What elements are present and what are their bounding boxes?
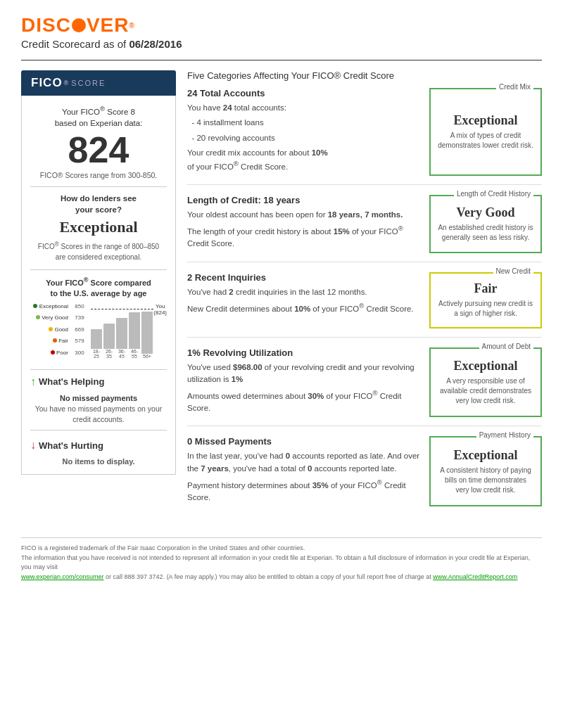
rating-value-3: Fair bbox=[474, 281, 498, 296]
label-exceptional: Exceptional bbox=[30, 303, 68, 309]
category-utilization: 1% Revolving Utilization You've used $96… bbox=[187, 347, 542, 427]
fico-header: FICO® SCORE bbox=[21, 70, 176, 96]
category-total-accounts: 24 Total Accounts You have 24 total acco… bbox=[187, 88, 542, 185]
cat5-text2: Payment history determines about 35% of … bbox=[187, 478, 421, 504]
rating-desc-1: A mix of types of credit demonstrates lo… bbox=[438, 131, 533, 151]
subtitle: Credit Scorecard as of 06/28/2016 bbox=[21, 38, 542, 50]
hurting-no-items: No items to display. bbox=[30, 457, 167, 466]
category-heading-1: 24 Total Accounts bbox=[187, 88, 421, 98]
rating-box-label-5: Payment History bbox=[476, 431, 533, 439]
fico-score-label: SCORE bbox=[71, 79, 106, 87]
cat3-text1: You've had 2 credit inquiries in the las… bbox=[187, 286, 421, 298]
page: DISCVER® Credit Scorecard as of 06/28/20… bbox=[0, 0, 563, 596]
cat1-text3: - 20 revolving accounts bbox=[187, 132, 421, 144]
top-divider bbox=[21, 60, 542, 60]
dot-exceptional bbox=[33, 304, 37, 308]
category-content-5: 0 Missed Payments In the last year, you'… bbox=[187, 436, 421, 506]
rating-box-2: Length of Credit History Very Good An es… bbox=[429, 195, 542, 253]
cat3-text2: New Credit determines about 10% of your … bbox=[187, 301, 421, 315]
footer-line2: The information that you have received i… bbox=[21, 554, 542, 573]
compare-label: Your FICO® Score comparedto the U.S. ave… bbox=[30, 276, 167, 299]
bar-46-55-label: 46-55 bbox=[131, 349, 138, 359]
rating-value-4: Exceptional bbox=[453, 359, 517, 373]
helping-label: What's Helping bbox=[39, 376, 104, 387]
cat4-text2: Amounts owed determines about 30% of you… bbox=[187, 388, 421, 414]
bar-26-35-fill bbox=[103, 324, 115, 349]
hurting-section: ↓ What's Hurting No items to display. bbox=[30, 439, 167, 466]
dot-poor bbox=[51, 350, 55, 355]
fico-score-description: Your FICO® Score 8based on Experian data… bbox=[30, 104, 167, 129]
bar-18-25: 18-25 bbox=[91, 329, 102, 359]
chart-container: Exceptional Very Good Good Fair Poor 850… bbox=[30, 303, 167, 359]
cat1-text2: - 4 installment loans bbox=[187, 117, 421, 129]
rating-box-label-3: New Credit bbox=[493, 267, 533, 275]
footer-line3-text: or call 888 397 3742. (A fee may apply.)… bbox=[106, 573, 431, 580]
fico-score-number: 824 bbox=[30, 132, 167, 168]
fico-rating-desc: FICO® Scores in the range of 800–850are … bbox=[30, 241, 167, 262]
o-icon bbox=[72, 18, 86, 32]
label-good: Good bbox=[30, 326, 68, 333]
header: DISCVER® Credit Scorecard as of 06/28/20… bbox=[21, 14, 542, 50]
helping-section: ↑ What's Helping No missed payments You … bbox=[30, 369, 167, 466]
bar-36-45: 36-45 bbox=[116, 318, 127, 359]
rating-box-4: Amount of Debt Exceptional A very respon… bbox=[429, 347, 542, 418]
category-content-2: Length of Credit: 18 years Your oldest a… bbox=[187, 195, 421, 253]
rating-box-label-2: Length of Credit History bbox=[454, 190, 533, 198]
footer-line3: www.experian.com/consumer or call 888 39… bbox=[21, 573, 542, 582]
bar-36-45-fill bbox=[116, 318, 127, 349]
category-length-credit: Length of Credit: 18 years Your oldest a… bbox=[187, 195, 542, 262]
dot-verygood bbox=[36, 315, 40, 319]
category-heading-4: 1% Revolving Utilization bbox=[187, 347, 421, 358]
cat1-text1: You have 24 total accounts: bbox=[187, 102, 421, 114]
helping-item: No missed payments You have no missed pa… bbox=[30, 394, 167, 424]
rating-value-2: Very Good bbox=[457, 205, 515, 220]
bar-56plus-label: 56+ bbox=[143, 354, 151, 359]
left-panel: FICO® SCORE Your FICO® Score 8based on E… bbox=[21, 70, 176, 525]
footer-line1: FICO is a registered trademark of the Fa… bbox=[21, 544, 542, 554]
label-fair: Fair bbox=[30, 338, 68, 344]
bar-26-35-label: 26-35 bbox=[106, 349, 113, 359]
rating-box-3: New Credit Fair Actively pursuing new cr… bbox=[429, 272, 542, 328]
cat2-text2: The length of your credit history is abo… bbox=[187, 224, 421, 250]
category-heading-3: 2 Recent Inquiries bbox=[187, 272, 421, 283]
footer-link2[interactable]: www.AnnualCreditReport.com bbox=[433, 573, 517, 580]
val-579: 579 bbox=[71, 338, 88, 344]
bar-46-55-fill bbox=[129, 312, 140, 349]
bar-46-55: 46-55 bbox=[129, 312, 140, 359]
category-heading-5: 0 Missed Payments bbox=[187, 436, 421, 447]
category-heading-2: Length of Credit: 18 years bbox=[187, 195, 421, 205]
cat4-text1: You've used $968.00 of your revolving cr… bbox=[187, 362, 421, 386]
bar-56plus-fill bbox=[141, 312, 153, 354]
chart-values: 850 739 669 579 300 bbox=[71, 303, 88, 356]
cat1-text4: Your credit mix accounts for about 10%of… bbox=[187, 147, 421, 173]
fico-divider-2 bbox=[30, 269, 167, 270]
rating-desc-4: A very responsible use of available cred… bbox=[438, 376, 533, 406]
fico-divider-3 bbox=[30, 369, 167, 370]
fico-divider-1 bbox=[30, 186, 167, 187]
footer-link1[interactable]: www.experian.com/consumer bbox=[21, 573, 104, 580]
val-739: 739 bbox=[71, 314, 88, 321]
dot-good bbox=[49, 327, 53, 331]
val-300: 300 bbox=[71, 350, 88, 356]
label-verygood: Very Good bbox=[30, 314, 68, 321]
footer: FICO is a registered trademark of the Fa… bbox=[21, 537, 542, 582]
category-content-1: 24 Total Accounts You have 24 total acco… bbox=[187, 88, 421, 176]
helping-item-title: No missed payments bbox=[30, 394, 167, 402]
fico-divider-4 bbox=[30, 430, 167, 430]
subtitle-date: 06/28/2016 bbox=[129, 38, 182, 50]
rating-box-5: Payment History Exceptional A consistent… bbox=[429, 436, 542, 506]
helping-title: ↑ What's Helping bbox=[30, 376, 167, 388]
rating-desc-2: An established credit history is general… bbox=[438, 223, 533, 243]
rating-desc-5: A consistent history of paying bills on … bbox=[438, 466, 533, 495]
label-poor: Poor bbox=[30, 350, 68, 356]
subtitle-prefix: Credit Scorecard as of bbox=[21, 38, 129, 50]
bar-26-35: 26-35 bbox=[103, 324, 115, 359]
rating-desc-3: Actively pursuing new credit is a sign o… bbox=[438, 299, 533, 319]
rating-box-label-4: Amount of Debt bbox=[479, 343, 533, 350]
category-content-3: 2 Recent Inquiries You've had 2 credit i… bbox=[187, 272, 421, 328]
category-missed-payments: 0 Missed Payments In the last year, you'… bbox=[187, 436, 542, 515]
bar-36-45-label: 36-45 bbox=[118, 349, 125, 359]
footer-line2-text: The information that you have received i… bbox=[21, 554, 530, 571]
rating-value-1: Exceptional bbox=[453, 113, 517, 128]
you-label: You(824) bbox=[153, 303, 167, 316]
